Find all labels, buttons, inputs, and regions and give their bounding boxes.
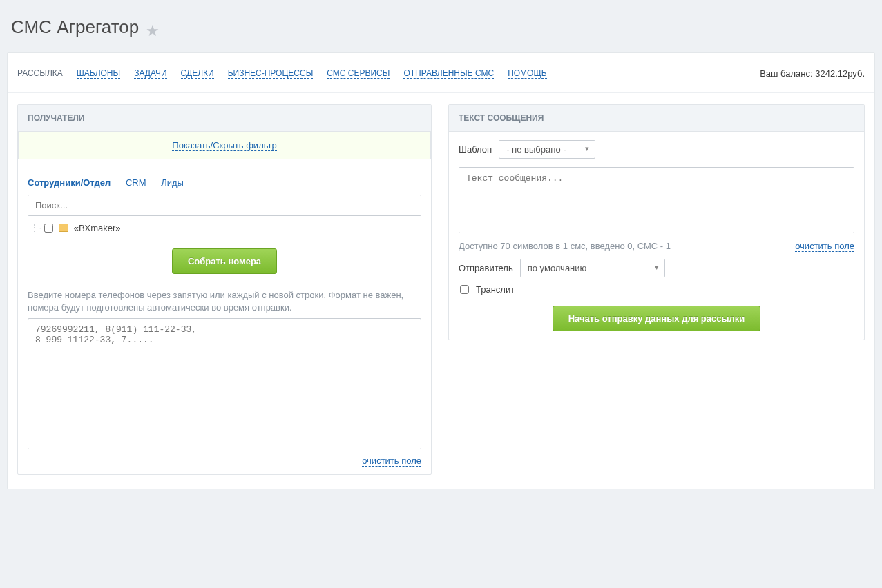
template-label: Шаблон	[459, 144, 492, 155]
nav-item-otpravlennye-sms[interactable]: ОТПРАВЛЕННЫЕ СМС	[403, 68, 494, 79]
page-title: СМС Агрегатор	[11, 17, 139, 38]
clear-phones-link[interactable]: очистить поле	[362, 455, 421, 467]
search-input[interactable]	[28, 195, 421, 216]
tab-lidy[interactable]: Лиды	[161, 177, 184, 188]
translit-label: Транслит	[476, 284, 515, 295]
tab-crm[interactable]: CRM	[126, 177, 146, 188]
recipients-block: ПОЛУЧАТЕЛИ Показать/Скрыть фильтр Сотруд…	[17, 104, 432, 475]
tree-item-label[interactable]: «BXmaker»	[74, 223, 121, 233]
start-sending-button[interactable]: Начать отправку данных для рассылки	[553, 306, 761, 331]
nav-item-rassylka[interactable]: РАССЫЛКА	[17, 68, 63, 78]
nav-item-zadachi[interactable]: ЗАДАЧИ	[134, 68, 166, 79]
collect-numbers-button[interactable]: Собрать номера	[172, 248, 277, 274]
sender-select[interactable]: по умолчанию	[520, 259, 665, 277]
translit-checkbox[interactable]	[460, 285, 469, 294]
template-select[interactable]: - не выбрано -	[499, 140, 595, 159]
nav-item-biznes-processy[interactable]: БИЗНЕС-ПРОЦЕССЫ	[228, 68, 314, 79]
filter-toggle-link[interactable]: Показать/Скрыть фильтр	[172, 140, 276, 151]
message-header: ТЕКСТ СООБЩЕНИЯ	[449, 105, 864, 132]
message-textarea[interactable]	[459, 167, 854, 233]
phones-textarea[interactable]	[28, 318, 421, 449]
tree-connector-icon: ⋮··	[30, 223, 41, 233]
nav-item-pomosh[interactable]: ПОМОЩЬ	[508, 68, 546, 79]
balance-label: Ваш баланс: 3242.12руб.	[760, 68, 865, 79]
nav-item-shablony[interactable]: ШАБЛОНЫ	[77, 68, 120, 79]
char-count-status: Доступно 70 символов в 1 смс, введено 0,…	[459, 241, 671, 251]
main-panel: РАССЫЛКА ШАБЛОНЫ ЗАДАЧИ СДЕЛКИ БИЗНЕС-ПР…	[7, 52, 875, 489]
nav-item-sdelki[interactable]: СДЕЛКИ	[181, 68, 214, 79]
clear-message-link[interactable]: очистить поле	[795, 241, 854, 252]
folder-icon	[59, 224, 68, 232]
tab-sotrudniki[interactable]: Сотрудники/Отдел	[28, 177, 111, 188]
tree-row: ⋮·· «BXmaker»	[28, 216, 421, 239]
message-block: ТЕКСТ СООБЩЕНИЯ Шаблон - не выбрано - До…	[448, 104, 865, 340]
tree-checkbox[interactable]	[44, 224, 53, 233]
recipients-tabs: Сотрудники/Отдел CRM Лиды	[28, 168, 421, 195]
sender-label: Отправитель	[459, 263, 513, 273]
phones-help-text: Введите номера телефонов через запятую и…	[28, 289, 421, 314]
nav-item-sms-servisy[interactable]: СМС СЕРВИСЫ	[327, 68, 390, 79]
nav-tabs: РАССЫЛКА ШАБЛОНЫ ЗАДАЧИ СДЕЛКИ БИЗНЕС-ПР…	[8, 53, 874, 93]
recipients-header: ПОЛУЧАТЕЛИ	[18, 105, 431, 132]
star-icon[interactable]: ★	[146, 22, 160, 39]
